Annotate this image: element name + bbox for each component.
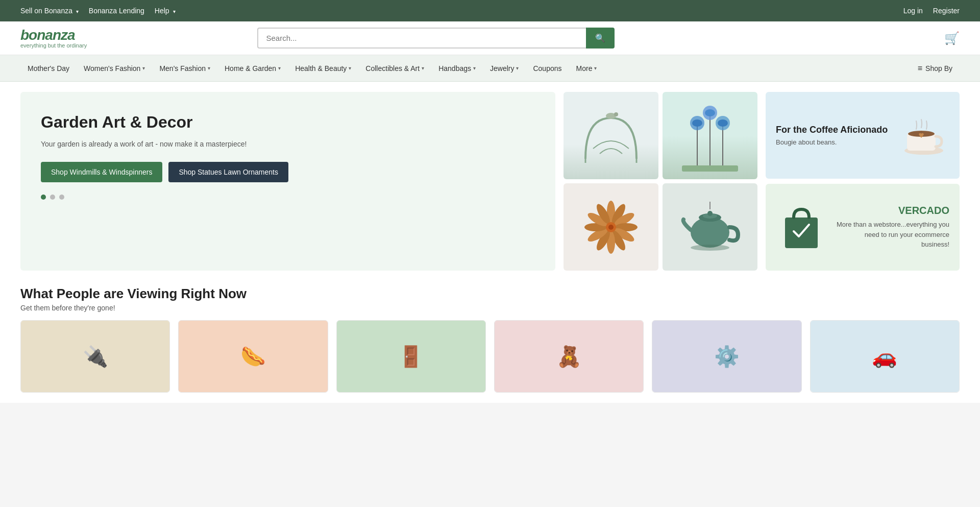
hero-right-panels: For the Coffee Aficionado Bougie about b… xyxy=(766,92,960,271)
hero-title: Garden Art & Decor xyxy=(41,112,535,132)
windmills-button[interactable]: Shop Windmills & Windspinners xyxy=(41,162,162,182)
garden-spinner-image xyxy=(564,183,658,271)
logo-area[interactable]: bonanza everything but the ordinary xyxy=(20,28,87,49)
product-card-4[interactable]: 🧸 xyxy=(494,320,644,393)
hero-buttons: Shop Windmills & Windspinners Shop Statu… xyxy=(41,162,535,182)
product-image-5: ⚙️ xyxy=(652,321,801,392)
nav-womens-fashion[interactable]: Women's Fashion ▾ xyxy=(77,55,152,82)
svg-rect-13 xyxy=(682,165,738,172)
product-card-3[interactable]: 🚪 xyxy=(336,320,486,393)
garden-arch-image xyxy=(564,92,658,179)
health-arrow-icon: ▾ xyxy=(349,65,351,71)
coffee-promo-card[interactable]: For the Coffee Aficionado Bougie about b… xyxy=(766,92,960,179)
product-image-3: 🚪 xyxy=(337,321,485,392)
register-link[interactable]: Register xyxy=(933,7,960,15)
svg-point-32 xyxy=(707,211,713,216)
svg-point-10 xyxy=(692,119,702,127)
hero-section: Garden Art & Decor Your garden is alread… xyxy=(20,92,960,271)
product-image-6: 🚗 xyxy=(811,321,959,392)
cart-area[interactable]: 🛒 xyxy=(944,31,960,45)
jewelry-arrow-icon: ▾ xyxy=(516,65,519,71)
vercado-promo-card[interactable]: VERCADO More than a webstore...everythin… xyxy=(766,184,960,271)
nav-home-garden[interactable]: Home & Garden ▾ xyxy=(217,55,288,82)
sell-arrow-icon: ▾ xyxy=(76,9,79,14)
more-arrow-icon: ▾ xyxy=(594,65,597,71)
menu-lines-icon: ≡ xyxy=(918,64,922,73)
carousel-dot-3[interactable] xyxy=(59,195,64,200)
svg-point-33 xyxy=(691,245,729,251)
hero-images-grid xyxy=(564,92,757,271)
home-arrow-icon: ▾ xyxy=(278,65,281,71)
product-card-2[interactable]: 🌭 xyxy=(178,320,328,393)
coffee-promo-title: For the Coffee Aficionado xyxy=(776,125,890,135)
product-image-1: 🔌 xyxy=(21,321,169,392)
nav-mothers-day[interactable]: Mother's Day xyxy=(20,55,77,82)
womens-arrow-icon: ▾ xyxy=(142,65,145,71)
svg-point-12 xyxy=(718,119,728,127)
svg-point-3 xyxy=(614,112,618,116)
logo-tagline: everything but the ordinary xyxy=(20,42,87,49)
shop-by-button[interactable]: ≡ Shop By xyxy=(911,55,960,82)
category-nav: Mother's Day Women's Fashion ▾ Men's Fas… xyxy=(0,55,980,82)
nav-mens-fashion[interactable]: Men's Fashion ▾ xyxy=(152,55,217,82)
nav-jewelry[interactable]: Jewelry ▾ xyxy=(483,55,526,82)
garden-teapot-image xyxy=(663,183,757,271)
vercado-bag-image xyxy=(776,207,827,248)
search-area: 🔍 xyxy=(257,28,615,49)
coffee-promo-text: For the Coffee Aficionado Bougie about b… xyxy=(776,125,890,146)
product-image-2: 🌭 xyxy=(179,321,327,392)
collectibles-arrow-icon: ▾ xyxy=(422,65,424,71)
svg-point-27 xyxy=(608,225,614,230)
vercado-promo-text: VERCADO More than a webstore...everythin… xyxy=(835,205,949,250)
vercado-description: More than a webstore...everything you ne… xyxy=(835,220,949,250)
carousel-dot-2[interactable] xyxy=(50,195,55,200)
search-button[interactable]: 🔍 xyxy=(586,28,615,49)
hero-carousel-dots xyxy=(41,195,535,200)
trending-section: What People are Viewing Right Now Get th… xyxy=(20,286,960,393)
nav-coupons[interactable]: Coupons xyxy=(526,55,569,82)
top-bar: Sell on Bonanza ▾ Bonanza Lending Help ▾… xyxy=(0,0,980,21)
trending-title: What People are Viewing Right Now xyxy=(20,286,960,302)
svg-point-11 xyxy=(705,109,715,116)
nav-health-beauty[interactable]: Health & Beauty ▾ xyxy=(288,55,358,82)
carousel-dot-1[interactable] xyxy=(41,195,46,200)
nav-handbags[interactable]: Handbags ▾ xyxy=(431,55,483,82)
coffee-promo-subtitle: Bougie about beans. xyxy=(776,138,890,146)
product-card-5[interactable]: ⚙️ xyxy=(652,320,801,393)
trending-subtitle: Get them before they're gone! xyxy=(20,304,960,312)
product-image-4: 🧸 xyxy=(495,321,643,392)
search-input[interactable] xyxy=(257,28,586,49)
handbags-arrow-icon: ▾ xyxy=(473,65,476,71)
nav-collectibles[interactable]: Collectibles & Art ▾ xyxy=(358,55,431,82)
logo-text: bonanza xyxy=(20,28,87,42)
help-link[interactable]: Help ▾ xyxy=(155,7,176,15)
help-arrow-icon: ▾ xyxy=(173,9,176,14)
search-icon: 🔍 xyxy=(595,34,605,42)
hero-description: Your garden is already a work of art - n… xyxy=(41,139,535,150)
product-card-1[interactable]: 🔌 xyxy=(20,320,170,393)
statues-button[interactable]: Shop Statues Lawn Ornaments xyxy=(168,162,288,182)
nav-more[interactable]: More ▾ xyxy=(569,55,604,82)
product-grid: 🔌 🌭 🚪 🧸 ⚙️ 🚗 xyxy=(20,320,960,393)
bonanza-lending-link[interactable]: Bonanza Lending xyxy=(89,7,144,15)
garden-stakes-image xyxy=(663,92,757,179)
product-card-6[interactable]: 🚗 xyxy=(810,320,960,393)
main-content: Garden Art & Decor Your garden is alread… xyxy=(0,82,980,403)
vercado-brand: VERCADO xyxy=(835,205,949,216)
mens-arrow-icon: ▾ xyxy=(208,65,210,71)
coffee-cup-image xyxy=(898,115,949,156)
header: bonanza everything but the ordinary 🔍 🛒 xyxy=(0,21,980,55)
top-bar-right: Log in Register xyxy=(903,7,960,15)
hero-panel: Garden Art & Decor Your garden is alread… xyxy=(20,92,555,271)
top-bar-left: Sell on Bonanza ▾ Bonanza Lending Help ▾ xyxy=(20,7,176,15)
sell-on-bonanza-link[interactable]: Sell on Bonanza ▾ xyxy=(20,7,79,15)
login-link[interactable]: Log in xyxy=(903,7,923,15)
cart-icon: 🛒 xyxy=(944,31,960,45)
